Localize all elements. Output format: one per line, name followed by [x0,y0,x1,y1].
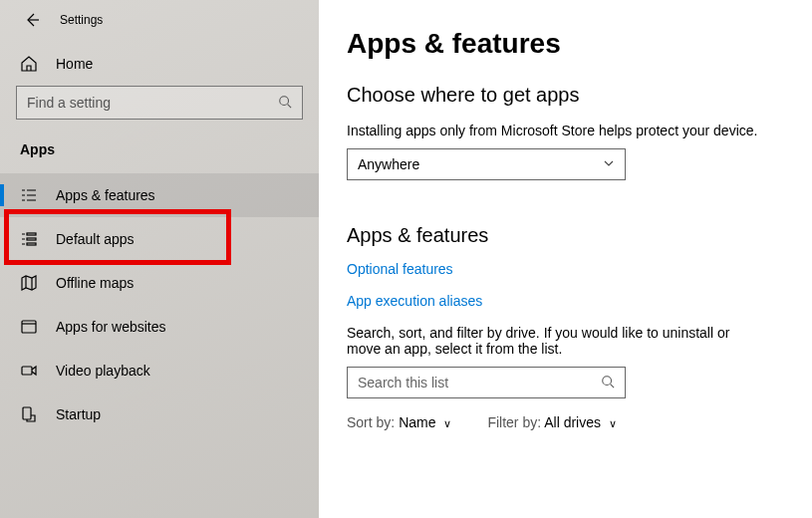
home-icon [20,55,38,73]
apps-search-input[interactable]: Search this list [347,367,626,398]
app-source-select[interactable]: Anywhere [347,148,626,180]
selection-accent [0,184,4,206]
window-title: Settings [60,13,103,27]
choose-apps-header: Choose where to get apps [347,84,784,107]
nav-home[interactable]: Home [0,42,319,86]
settings-search[interactable]: Find a setting [16,86,303,120]
search-icon [278,95,292,112]
chevron-down-icon: ∨ [609,417,617,429]
startup-icon [20,405,38,423]
sort-by[interactable]: Sort by: Name ∨ [347,414,451,430]
sidebar: Settings Home Find a setting Apps Apps &… [0,0,319,518]
main-content: Apps & features Choose where to get apps… [319,0,812,518]
sidebar-item-label: Video playback [56,363,150,379]
back-icon[interactable] [24,12,40,28]
sidebar-item-label: Startup [56,406,101,422]
settings-search-placeholder: Find a setting [27,95,111,111]
svg-point-7 [603,376,612,385]
app-source-value: Anywhere [358,156,419,172]
filter-label: Filter by: [487,414,541,430]
sidebar-item-offline-maps[interactable]: Offline maps [0,261,319,305]
apps-search-placeholder: Search this list [358,375,448,390]
sort-label: Sort by: [347,414,395,430]
sidebar-item-default-apps[interactable]: Default apps [0,217,319,261]
nav-home-label: Home [56,56,93,72]
sort-filter-row: Sort by: Name ∨ Filter by: All drives ∨ [347,414,784,430]
sidebar-item-apps-features[interactable]: Apps & features [0,173,319,217]
svg-rect-1 [27,233,36,235]
svg-rect-4 [22,321,36,333]
filter-value: All drives [544,414,601,430]
titlebar: Settings [0,12,319,42]
svg-rect-5 [22,367,32,375]
sidebar-item-label: Default apps [56,231,135,247]
video-playback-icon [20,362,38,380]
search-icon [601,375,615,391]
optional-features-link[interactable]: Optional features [347,261,784,277]
page-title: Apps & features [347,28,784,60]
svg-rect-2 [27,238,36,240]
sidebar-item-video-playback[interactable]: Video playback [0,349,319,392]
chevron-down-icon: ∨ [443,417,451,429]
apps-features-header: Apps & features [347,224,784,247]
settings-window: Settings Home Find a setting Apps Apps &… [0,0,812,518]
sort-value: Name [399,414,435,430]
sidebar-item-startup[interactable]: Startup [0,392,319,436]
app-execution-aliases-link[interactable]: App execution aliases [347,293,784,309]
sidebar-item-label: Offline maps [56,275,134,291]
svg-rect-6 [23,407,31,419]
category-header: Apps [0,131,319,173]
offline-maps-icon [20,274,38,292]
apps-features-icon [20,186,38,204]
filter-desc: Search, sort, and filter by drive. If yo… [347,325,755,357]
svg-point-0 [280,96,289,105]
sidebar-item-label: Apps for websites [56,319,166,335]
sidebar-item-label: Apps & features [56,187,155,203]
choose-apps-desc: Installing apps only from Microsoft Stor… [347,123,784,138]
default-apps-icon [20,230,38,248]
chevron-down-icon [603,157,615,171]
svg-rect-3 [27,243,36,245]
sidebar-item-apps-for-websites[interactable]: Apps for websites [0,305,319,349]
apps-websites-icon [20,318,38,336]
filter-by[interactable]: Filter by: All drives ∨ [487,414,617,430]
